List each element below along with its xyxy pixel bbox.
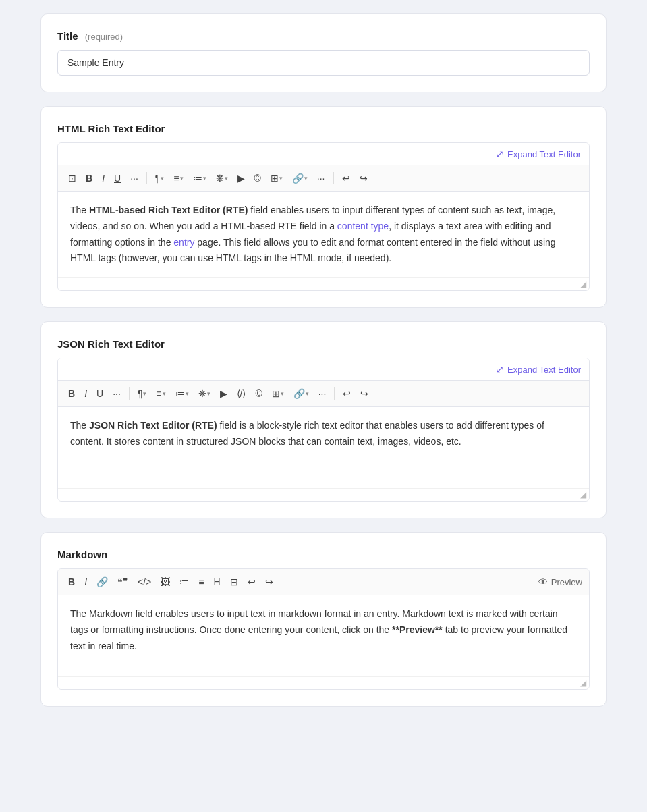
json-toolbar-code[interactable]: ⟨/⟩ (233, 386, 250, 401)
html-rte-toolbar: ⊡ B I U ··· ¶▾ ≡▾ ≔▾ ❋▾ ▶ © ⊞▾ 🔗▾ ··· ↩ … (58, 165, 589, 192)
json-toolbar-more1[interactable]: ··· (109, 386, 124, 401)
html-toolbar-table[interactable]: ⊞▾ (267, 171, 286, 186)
html-toolbar-bold[interactable]: B (82, 171, 96, 186)
markdown-label-text: Markdown (57, 549, 107, 560)
title-input[interactable] (57, 50, 590, 76)
html-toolbar-list[interactable]: ≔▾ (190, 171, 210, 186)
html-rte-content[interactable]: The HTML-based Rich Text Editor (RTE) fi… (58, 192, 589, 277)
md-toolbar-undo[interactable]: ↩ (244, 574, 259, 589)
html-rte-resize: ◢ (58, 277, 589, 290)
md-toolbar-image[interactable]: 🖼 (157, 574, 173, 589)
html-rte-expand-text: Expand Text Editor (507, 149, 581, 159)
json-rte-expand-button[interactable]: ⤢ Expand Text Editor (496, 364, 581, 375)
markdown-toolbar: B I 🔗 ❝❞ </> 🖼 ≔ ≡ H ⊟ ↩ ↪ 👁 Preview (58, 569, 589, 595)
md-toolbar-link[interactable]: 🔗 (93, 574, 111, 589)
md-toolbar-ordered-list[interactable]: ≔ (176, 574, 192, 589)
json-toolbar-para[interactable]: ¶▾ (134, 386, 150, 401)
json-toolbar-special[interactable]: ❋▾ (195, 386, 214, 401)
json-toolbar-underline[interactable]: U (93, 386, 107, 401)
html-toolbar-more2[interactable]: ··· (314, 171, 329, 186)
markdown-content[interactable]: The Markdown field enables users to inpu… (58, 595, 589, 676)
json-rte-wrapper: ⤢ Expand Text Editor B I U ··· ¶▾ ≡▾ ≔▾ … (57, 358, 590, 502)
preview-label: Preview (551, 577, 582, 587)
title-label-text: Title (57, 30, 78, 42)
json-toolbar-undo[interactable]: ↩ (339, 386, 354, 401)
json-toolbar-sep-1 (129, 387, 130, 400)
json-toolbar-link[interactable]: 🔗▾ (290, 386, 312, 401)
md-toolbar-quote[interactable]: ❝❞ (114, 574, 132, 589)
json-bold-rte: JSON Rich Text Editor (RTE) (89, 420, 217, 431)
json-rte-resize: ◢ (58, 488, 589, 501)
markdown-preview-button[interactable]: 👁 Preview (538, 576, 582, 587)
md-toolbar-bold[interactable]: B (65, 574, 78, 589)
eye-icon: 👁 (538, 576, 548, 587)
json-toolbar-media[interactable]: ▶ (217, 386, 231, 401)
md-toolbar-hr[interactable]: ⊟ (227, 574, 242, 589)
html-bold-rte: HTML-based Rich Text Editor (RTE) (89, 205, 248, 215)
resize-icon: ◢ (580, 279, 586, 289)
expand-icon: ⤢ (496, 148, 504, 159)
html-toolbar-para[interactable]: ¶▾ (152, 171, 168, 186)
html-rte-label: HTML Rich Text Editor (57, 123, 590, 134)
json-expand-icon: ⤢ (496, 364, 504, 375)
json-resize-icon: ◢ (580, 490, 586, 499)
json-toolbar-italic[interactable]: I (81, 386, 90, 401)
json-rte-label-text: JSON Rich Text Editor (57, 338, 165, 350)
markdown-resize-icon: ◢ (580, 678, 586, 688)
html-toolbar-redo[interactable]: ↪ (356, 171, 371, 186)
html-toolbar-link[interactable]: 🔗▾ (289, 171, 311, 186)
md-toolbar-code[interactable]: </> (134, 574, 154, 589)
toolbar-sep-1 (146, 172, 147, 184)
html-toolbar-undo[interactable]: ↩ (339, 171, 354, 186)
html-toolbar-code[interactable]: ⊡ (65, 171, 80, 186)
html-toolbar-more1[interactable]: ··· (127, 171, 142, 186)
html-toolbar-underline[interactable]: U (111, 171, 124, 186)
markdown-card: Markdown B I 🔗 ❝❞ </> 🖼 ≔ ≡ H ⊟ ↩ ↪ 👁 Pr… (40, 532, 607, 707)
json-toolbar-redo[interactable]: ↪ (357, 386, 372, 401)
html-rte-card: HTML Rich Text Editor ⤢ Expand Text Edit… (40, 106, 607, 308)
html-toolbar-align[interactable]: ≡▾ (170, 171, 186, 186)
json-rte-expand-text: Expand Text Editor (507, 364, 581, 375)
markdown-wrapper: B I 🔗 ❝❞ </> 🖼 ≔ ≡ H ⊟ ↩ ↪ 👁 Preview The… (57, 568, 590, 690)
markdown-resize: ◢ (58, 676, 589, 689)
markdown-label: Markdown (57, 549, 590, 560)
html-rte-expand-bar: ⤢ Expand Text Editor (58, 143, 589, 165)
html-toolbar-italic[interactable]: I (99, 171, 108, 186)
toolbar-sep-2 (333, 172, 334, 184)
json-rte-expand-bar: ⤢ Expand Text Editor (58, 358, 589, 380)
md-toolbar-heading[interactable]: H (210, 574, 223, 589)
json-toolbar-list[interactable]: ≔▾ (172, 386, 192, 401)
title-card: Title (required) (40, 13, 607, 92)
html-toolbar-media[interactable]: ▶ (234, 171, 248, 186)
entry-link[interactable]: entry (173, 237, 194, 248)
json-toolbar-align[interactable]: ≡▾ (152, 386, 169, 401)
json-rte-label: JSON Rich Text Editor (57, 338, 590, 350)
md-toolbar-unordered-list[interactable]: ≡ (195, 574, 207, 589)
title-label: Title (required) (57, 30, 590, 42)
content-type-link[interactable]: content type (337, 221, 389, 232)
json-toolbar-bold[interactable]: B (65, 386, 78, 401)
json-toolbar-more2[interactable]: ··· (315, 386, 330, 401)
html-toolbar-copyright[interactable]: © (251, 171, 264, 186)
json-toolbar-table[interactable]: ⊞▾ (269, 386, 287, 401)
md-toolbar-italic[interactable]: I (81, 574, 90, 589)
json-rte-card: JSON Rich Text Editor ⤢ Expand Text Edit… (40, 321, 607, 518)
preview-bold: **Preview** (392, 624, 443, 635)
md-toolbar-redo[interactable]: ↪ (262, 574, 277, 589)
html-rte-label-text: HTML Rich Text Editor (57, 123, 165, 134)
html-toolbar-special[interactable]: ❋▾ (213, 171, 231, 186)
json-toolbar-sep-2 (334, 387, 335, 400)
json-rte-toolbar: B I U ··· ¶▾ ≡▾ ≔▾ ❋▾ ▶ ⟨/⟩ © ⊞▾ 🔗▾ ··· … (58, 380, 589, 407)
html-rte-wrapper: ⤢ Expand Text Editor ⊡ B I U ··· ¶▾ ≡▾ ≔… (57, 142, 590, 291)
required-text: (required) (85, 32, 123, 42)
html-rte-expand-button[interactable]: ⤢ Expand Text Editor (496, 148, 581, 159)
json-toolbar-copyright[interactable]: © (252, 386, 265, 401)
json-rte-content[interactable]: The JSON Rich Text Editor (RTE) field is… (58, 407, 589, 488)
